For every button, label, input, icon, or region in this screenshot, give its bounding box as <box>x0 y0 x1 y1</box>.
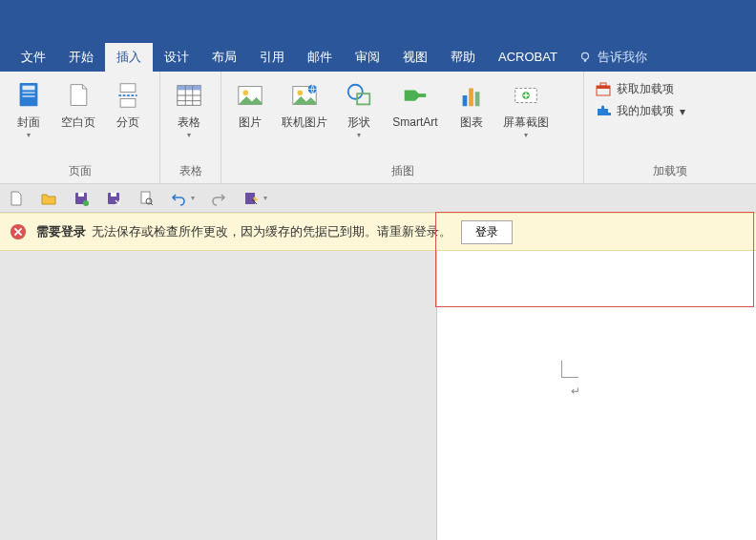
picture-button[interactable]: 图片 <box>227 75 273 129</box>
get-addins-button[interactable]: 获取加载项 <box>596 81 685 97</box>
tab-file[interactable]: 文件 <box>10 43 57 72</box>
group-tables-label: 表格 <box>166 161 215 183</box>
cover-page-icon <box>12 79 45 112</box>
svg-point-33 <box>83 200 89 206</box>
online-picture-button[interactable]: 联机图片 <box>277 75 332 129</box>
error-icon <box>10 223 27 240</box>
my-addins-button[interactable]: 我的加载项 ▾ <box>596 103 685 119</box>
cover-page-button[interactable]: 封面 ▾ <box>6 75 52 139</box>
svg-rect-10 <box>178 86 200 91</box>
svg-rect-1 <box>584 59 586 61</box>
tab-references[interactable]: 引用 <box>248 43 296 72</box>
bulb-icon <box>578 51 592 64</box>
shapes-button[interactable]: 形状 ▾ <box>336 75 382 139</box>
table-label: 表格 <box>178 115 200 129</box>
puzzle-icon <box>596 104 611 119</box>
tab-view[interactable]: 视图 <box>391 43 439 72</box>
tab-design[interactable]: 设计 <box>153 43 200 72</box>
svg-line-38 <box>151 203 153 205</box>
chart-button[interactable]: 图表 <box>449 75 494 129</box>
chart-icon <box>455 79 488 112</box>
chevron-down-icon: ▾ <box>680 105 685 118</box>
svg-rect-35 <box>111 193 116 197</box>
tab-layout[interactable]: 布局 <box>200 43 248 72</box>
qat-redo-button[interactable] <box>210 190 227 207</box>
svg-rect-32 <box>78 193 84 197</box>
picture-label: 图片 <box>239 115 262 129</box>
picture-icon <box>234 79 266 112</box>
page-break-button[interactable]: 分页 <box>105 75 151 129</box>
tell-me[interactable]: 告诉我你 <box>578 49 647 66</box>
table-button[interactable]: 表格 ▾ <box>166 75 212 139</box>
svg-rect-5 <box>22 95 34 97</box>
svg-rect-22 <box>417 93 426 97</box>
online-picture-icon <box>288 79 321 112</box>
tab-help[interactable]: 帮助 <box>439 43 487 72</box>
tab-review[interactable]: 审阅 <box>344 43 391 72</box>
smartart-icon <box>399 79 431 112</box>
svg-rect-25 <box>475 92 480 106</box>
tab-mailings[interactable]: 邮件 <box>296 43 344 72</box>
editor-gutter <box>0 251 436 540</box>
quick-access-toolbar: ▾ ▾ <box>0 184 756 213</box>
svg-rect-4 <box>22 92 34 93</box>
screenshot-button[interactable]: 屏幕截图 ▾ <box>498 75 554 139</box>
login-button[interactable]: 登录 <box>461 220 513 244</box>
margin-corner-mark <box>561 361 578 378</box>
group-illustrations: 图片 联机图片 形状 ▾ <box>221 72 584 183</box>
message-bar: 需要登录 无法保存或检查所作更改，因为缓存的凭据已到期。请重新登录。 登录 <box>0 213 756 251</box>
paragraph-mark: ↵ <box>571 384 580 398</box>
group-addins-label: 加载项 <box>590 161 750 183</box>
svg-rect-7 <box>120 99 136 108</box>
blank-page-button[interactable]: 空白页 <box>55 75 101 129</box>
chevron-down-icon[interactable]: ▾ <box>263 194 267 202</box>
group-tables: 表格 ▾ 表格 <box>160 72 221 183</box>
table-icon <box>173 79 205 112</box>
svg-point-18 <box>298 90 304 95</box>
smartart-button[interactable]: SmartArt <box>386 75 445 129</box>
tab-acrobat[interactable]: ACROBAT <box>487 43 569 72</box>
tell-me-label: 告诉我你 <box>598 49 647 66</box>
screenshot-label: 屏幕截图 <box>503 115 549 129</box>
my-addins-label: 我的加载项 <box>617 103 674 119</box>
chevron-down-icon: ▾ <box>357 131 361 139</box>
svg-rect-23 <box>463 95 468 106</box>
svg-rect-3 <box>22 86 34 91</box>
document-area: ↵ <box>0 251 756 540</box>
tab-insert[interactable]: 插入 <box>105 43 153 72</box>
qat-save-button[interactable] <box>73 190 90 207</box>
title-bar <box>0 0 756 43</box>
page-break-label: 分页 <box>116 115 139 129</box>
smartart-label: SmartArt <box>392 115 437 129</box>
qat-new-button[interactable] <box>8 190 25 207</box>
store-icon <box>596 82 611 97</box>
qat-preview-button[interactable] <box>137 190 155 207</box>
blank-page-label: 空白页 <box>61 115 95 129</box>
blank-page-icon <box>62 79 94 112</box>
cover-page-label: 封面 <box>17 115 40 129</box>
shapes-icon <box>343 79 375 112</box>
svg-point-0 <box>581 52 588 59</box>
qat-draw-button[interactable] <box>242 190 260 207</box>
group-pages: 封面 ▾ 空白页 分页 页面 <box>0 72 160 183</box>
group-addins: 获取加载项 我的加载项 ▾ 加载项 <box>584 72 756 183</box>
chevron-down-icon[interactable]: ▾ <box>191 194 195 202</box>
screenshot-icon <box>510 79 542 112</box>
ribbon: 封面 ▾ 空白页 分页 页面 <box>0 72 756 184</box>
tab-home[interactable]: 开始 <box>57 43 105 72</box>
svg-rect-36 <box>141 192 150 203</box>
qat-open-button[interactable] <box>40 190 57 207</box>
shapes-label: 形状 <box>347 115 370 129</box>
ribbon-tabs: 文件 开始 插入 设计 布局 引用 邮件 审阅 视图 帮助 ACROBAT 告诉… <box>0 43 756 72</box>
online-picture-label: 联机图片 <box>282 115 327 129</box>
chevron-down-icon: ▾ <box>27 131 31 139</box>
group-pages-label: 页面 <box>6 161 154 183</box>
document-page[interactable]: ↵ <box>436 251 756 540</box>
message-body: 无法保存或检查所作更改，因为缓存的凭据已到期。请重新登录。 <box>92 223 452 240</box>
svg-point-16 <box>243 90 249 95</box>
group-illustrations-label: 插图 <box>227 161 578 183</box>
qat-undo-button[interactable] <box>170 190 187 207</box>
svg-point-20 <box>348 85 363 99</box>
qat-saveas-button[interactable] <box>105 190 122 207</box>
page-break-icon <box>112 79 144 112</box>
